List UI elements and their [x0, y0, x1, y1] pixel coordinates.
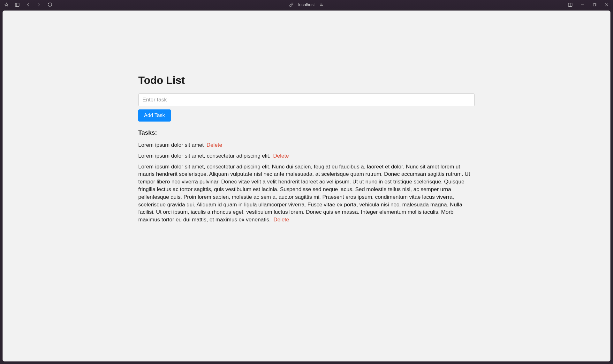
app-logo-icon[interactable] [4, 2, 9, 7]
page-content: Todo List Add Task Tasks: Lorem ipsum do… [138, 11, 475, 240]
page-viewport: Todo List Add Task Tasks: Lorem ipsum do… [3, 11, 610, 361]
task-item: Lorem ipsum dolor sit amet, consectetur … [138, 152, 475, 160]
task-text: Lorem ipsum dolor sit amet, consectetur … [138, 153, 272, 159]
split-view-icon[interactable] [568, 2, 573, 7]
add-task-button[interactable]: Add Task [138, 109, 171, 122]
task-text: Lorem ipsum dolor sit amet, consectetur … [138, 164, 470, 223]
sidebar-toggle-icon[interactable] [15, 2, 20, 7]
svg-rect-0 [15, 3, 19, 6]
url-label: localhost [298, 2, 314, 7]
delete-link[interactable]: Delete [207, 142, 222, 148]
minimize-icon[interactable] [580, 2, 585, 7]
close-icon[interactable] [604, 2, 609, 7]
delete-link[interactable]: Delete [273, 153, 289, 159]
forward-icon [36, 2, 42, 7]
task-item: Lorem ipsum dolor sit amet, consectetur … [138, 163, 475, 224]
task-item: Lorem ipsum dolor sit amet Delete [138, 141, 475, 149]
link-icon [289, 2, 294, 7]
titlebar-left-controls [4, 2, 52, 7]
svg-rect-10 [593, 4, 595, 6]
task-text: Lorem ipsum dolor sit amet [138, 142, 205, 148]
tasks-heading: Tasks: [138, 129, 475, 136]
back-icon[interactable] [26, 2, 31, 7]
page-title: Todo List [138, 74, 475, 86]
task-list: Lorem ipsum dolor sit amet DeleteLorem i… [138, 141, 475, 224]
titlebar-right-controls [568, 2, 609, 7]
svg-point-5 [322, 5, 322, 6]
reload-icon[interactable] [47, 2, 52, 7]
address-bar[interactable]: localhost [289, 2, 324, 7]
delete-link[interactable]: Delete [274, 217, 289, 223]
maximize-icon[interactable] [592, 2, 597, 7]
settings-sliders-icon[interactable] [319, 2, 324, 7]
task-input[interactable] [138, 93, 475, 106]
browser-titlebar: localhost [0, 0, 613, 9]
svg-point-4 [321, 4, 322, 4]
